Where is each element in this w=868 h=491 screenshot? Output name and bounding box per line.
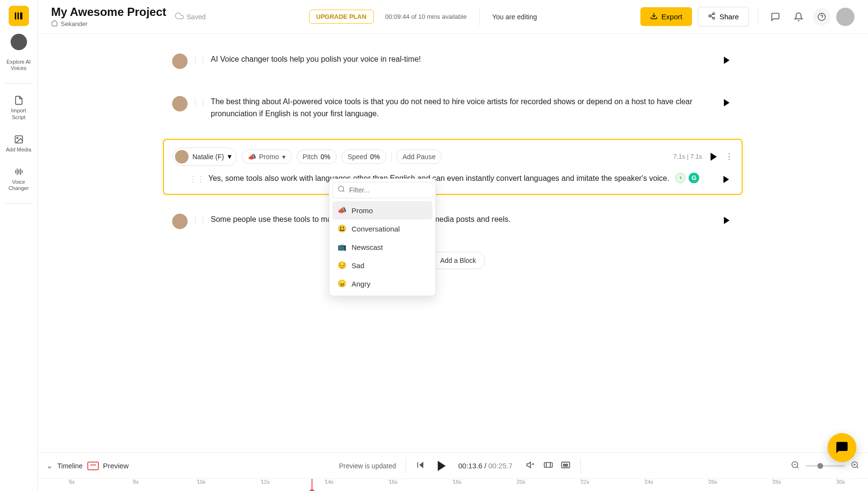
export-button[interactable]: Export	[640, 7, 692, 26]
block-avatar[interactable]	[172, 96, 188, 111]
block-text[interactable]: AI Voice changer tools help you polish y…	[211, 54, 716, 66]
block-toolbar: Natalie (F) ▾ 📣 Promo ▾ Pitch 0% Speed 0…	[173, 148, 733, 166]
svg-line-24	[343, 191, 344, 192]
dropdown-search[interactable]	[332, 182, 433, 198]
svg-marker-28	[527, 462, 530, 468]
drag-handle-icon[interactable]: ⋮⋮	[191, 55, 207, 65]
script-block[interactable]: ⋮⋮ Some people use these tools to make h…	[163, 205, 743, 237]
sad-icon: 😔	[337, 261, 347, 270]
project-title[interactable]: My Awesome Project	[51, 5, 166, 19]
volume-icon[interactable]	[526, 460, 536, 472]
play-button[interactable]	[435, 459, 448, 473]
dropdown-label: Sad	[352, 261, 365, 270]
svg-text:CC: CC	[563, 463, 568, 466]
block-avatar[interactable]	[172, 54, 188, 69]
search-icon	[338, 185, 345, 195]
sidebar-item-import-script[interactable]: ImportScript	[0, 90, 37, 125]
help-icon[interactable]	[813, 8, 830, 26]
dropdown-item-sad[interactable]: 😔 Sad	[332, 256, 433, 274]
grammarly-badge-icon[interactable]: G	[689, 173, 699, 183]
skip-previous-icon[interactable]	[416, 460, 425, 472]
voice-selector[interactable]: Natalie (F) ▾	[173, 148, 237, 166]
play-block-icon[interactable]	[719, 173, 733, 186]
chevron-down-icon: ▾	[282, 153, 285, 161]
file-icon	[14, 95, 24, 106]
sidebar-item-add-media[interactable]: Add Media	[0, 129, 37, 158]
speed-control[interactable]: Speed 0%	[341, 150, 386, 164]
workspace-name[interactable]: Sekander	[61, 20, 88, 27]
block-avatar[interactable]	[172, 214, 188, 229]
sidebar-item-explore-voices[interactable]: Explore AIVoices	[0, 54, 37, 76]
play-block-icon[interactable]	[707, 150, 720, 164]
ruler-tick: 20s	[517, 479, 526, 485]
ruler-tick: 28s	[773, 479, 781, 485]
comments-icon[interactable]	[767, 8, 784, 26]
ruler-tick: 18s	[453, 479, 461, 485]
dropdown-item-conversational[interactable]: 😃 Conversational	[332, 219, 433, 238]
chevron-down-icon[interactable]: ⌄	[46, 461, 53, 470]
divider	[4, 83, 33, 83]
pitch-value: 0%	[321, 153, 330, 161]
preview-label: Preview	[103, 462, 128, 470]
script-block-active[interactable]: Natalie (F) ▾ 📣 Promo ▾ Pitch 0% Speed 0…	[163, 139, 743, 195]
play-block-icon[interactable]	[720, 96, 733, 109]
block-text[interactable]: Some people use these tools to make hila…	[211, 214, 716, 226]
play-block-icon[interactable]	[720, 214, 733, 227]
style-selector[interactable]: 📣 Promo ▾	[242, 150, 291, 164]
notifications-icon[interactable]	[790, 8, 807, 26]
angry-icon: 😠	[337, 279, 347, 288]
add-pause-button[interactable]: Add Pause	[396, 150, 442, 164]
upgrade-plan-button[interactable]: UPGRADE PLAN	[309, 10, 374, 24]
sidebar-item-label: ImportScript	[11, 108, 26, 120]
logo[interactable]	[9, 6, 29, 26]
dropdown-item-newscast[interactable]: 📺 Newscast	[332, 238, 433, 256]
video-icon[interactable]	[543, 460, 553, 472]
dropdown-item-promo[interactable]: 📣 Promo	[332, 201, 433, 219]
divider	[580, 458, 581, 474]
script-block[interactable]: ⋮⋮ The best thing about AI-powered voice…	[163, 88, 743, 128]
zoom-in-icon[interactable]	[851, 461, 859, 471]
timeline-ruler[interactable]: 6s8s10s12s14s16s18s20s22s24s26s28s30s	[38, 478, 868, 491]
svg-marker-25	[420, 462, 423, 468]
timeline-label[interactable]: Timeline	[57, 462, 82, 470]
grammarly-icon[interactable]	[675, 173, 686, 183]
filter-input[interactable]	[349, 186, 434, 194]
drag-handle-icon[interactable]: ⋮⋮	[189, 175, 204, 184]
drag-handle-icon[interactable]: ⋮⋮	[191, 98, 207, 107]
drag-handle-icon[interactable]: ⋮⋮	[191, 216, 207, 225]
slider-thumb[interactable]	[817, 463, 823, 469]
share-button[interactable]: Share	[698, 7, 749, 27]
mins-available: 00:09:44 of 10 mins available	[385, 13, 467, 20]
current-time: 00:13.6	[458, 462, 482, 470]
chat-fab[interactable]	[827, 433, 856, 462]
svg-point-13	[713, 17, 715, 19]
svg-rect-1	[17, 13, 19, 20]
sidebar-avatar[interactable]	[11, 34, 27, 50]
preview-toggle[interactable]: Preview	[87, 462, 128, 470]
ruler-tick: 22s	[581, 479, 589, 485]
user-avatar[interactable]	[836, 8, 854, 26]
tv-icon: 📺	[337, 243, 347, 251]
more-options-icon[interactable]: ⋮	[725, 152, 733, 161]
svg-marker-19	[724, 99, 730, 107]
dropdown-item-angry[interactable]: 😠 Angry	[332, 274, 433, 293]
playhead[interactable]	[312, 479, 312, 491]
captions-icon[interactable]: CC	[561, 460, 570, 472]
pitch-control[interactable]: Pitch 0%	[297, 150, 337, 164]
play-block-icon[interactable]	[720, 54, 733, 67]
playback-time: 00:13.6 / 00:25.7	[458, 462, 513, 470]
voice-name: Natalie (F)	[192, 153, 224, 161]
style-label: Promo	[259, 153, 279, 161]
zoom-slider[interactable]	[805, 465, 845, 467]
sidebar-item-voice-changer[interactable]: VoiceChanger	[0, 162, 37, 196]
share-icon	[708, 12, 716, 21]
add-pause-label: Add Pause	[403, 153, 436, 161]
block-text[interactable]: Yes, some tools also work with languages…	[208, 173, 716, 185]
sidebar-item-label: Add Media	[6, 147, 31, 153]
script-block[interactable]: ⋮⋮ AI Voice changer tools help you polis…	[163, 45, 743, 77]
zoom-out-icon[interactable]	[791, 461, 800, 471]
home-icon[interactable]	[51, 20, 58, 28]
svg-point-11	[713, 13, 715, 14]
divider	[4, 203, 33, 204]
block-text[interactable]: The best thing about AI-powered voice to…	[211, 96, 716, 120]
